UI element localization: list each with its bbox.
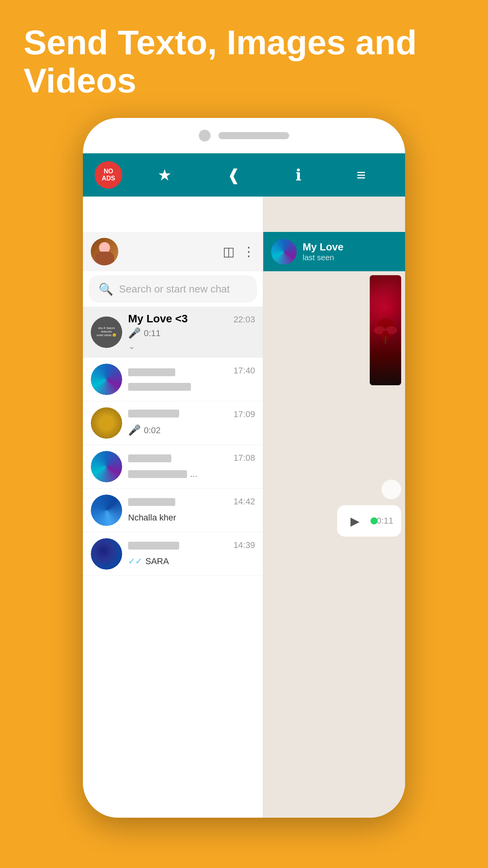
left-panel: ◫ ⋮ 🔍 Search or start new chat sh	[83, 153, 263, 818]
chat-item[interactable]: shu fi 3alomtelbo2losotel zbole 😊 My Lov…	[83, 307, 263, 358]
chat-name: My Love <3	[128, 313, 227, 325]
chat-avatar	[91, 407, 122, 439]
chat-content	[128, 368, 227, 391]
chat-name-blurred	[128, 542, 227, 554]
chat-time: 17:09	[233, 409, 255, 419]
chat-item[interactable]: Nchalla kher 14:42	[83, 489, 263, 532]
play-button[interactable]: ▶	[345, 511, 365, 531]
voice-mic-icon: 🎤	[128, 424, 141, 436]
double-check-icon: ✓✓	[128, 556, 142, 566]
chat-last-msg: Nchalla kher	[128, 513, 227, 523]
page-title: Send Texto, Images and Videos	[24, 24, 464, 100]
chat-avatar	[91, 495, 122, 526]
chat-list: shu fi 3alomtelbo2losotel zbole 😊 My Lov…	[83, 307, 263, 818]
voice-mic-icon: 🎤	[128, 327, 141, 339]
chat-content: ...	[128, 454, 227, 479]
chevron-icon: ⌄	[128, 341, 227, 351]
phone-screen: ◫ ⋮ 🔍 Search or start new chat sh	[83, 153, 405, 818]
chat-item[interactable]: ✓✓ SARA 14:39	[83, 532, 263, 576]
last-msg-text: SARA	[145, 556, 169, 566]
right-avatar	[271, 239, 297, 265]
phone-speaker	[218, 132, 289, 139]
chat-last-msg: 🎤 0:11	[128, 327, 227, 339]
chat-content: Nchalla kher	[128, 498, 227, 523]
chat-item[interactable]: 🎤 0:02 17:09	[83, 401, 263, 445]
no-ads-badge: NOADS	[95, 161, 122, 189]
chat-item[interactable]: 17:40	[83, 358, 263, 401]
search-icon: 🔍	[99, 282, 113, 296]
share-icon[interactable]: ❰	[227, 166, 240, 184]
new-chat-icon[interactable]: ◫	[223, 244, 235, 259]
chat-content: 🎤 0:02	[128, 410, 227, 436]
image-message	[370, 275, 401, 385]
chat-last-msg-blurred: ...	[128, 469, 227, 479]
chat-time: 17:08	[233, 453, 255, 463]
voice-msg-duration: 0:11	[376, 516, 393, 526]
chat-last-msg: ✓✓ SARA	[128, 556, 227, 566]
chat-time: 22:03	[233, 314, 255, 325]
search-placeholder-text: Search or start new chat	[119, 283, 230, 295]
chat-last-msg-blurred	[128, 383, 227, 391]
right-last-seen: last seen	[303, 253, 397, 262]
chat-avatar	[91, 451, 122, 482]
more-options-icon[interactable]: ⋮	[242, 244, 255, 259]
voice-message: ▶ 0:11	[337, 505, 401, 537]
messages-area: 🎞 1:00 ▶ 0:11	[263, 271, 405, 818]
sticker-area	[382, 480, 401, 499]
chat-name-blurred	[128, 498, 227, 511]
right-chat-header: My Love last seen	[263, 232, 405, 271]
chat-name-blurred	[128, 410, 227, 422]
chat-content: ✓✓ SARA	[128, 542, 227, 566]
app-toolbar: NOADS ★ ❰ ℹ ≡	[83, 153, 405, 197]
chat-avatar: shu fi 3alomtelbo2losotel zbole 😊	[91, 316, 122, 348]
user-avatar[interactable]	[91, 238, 118, 265]
chat-time: 14:39	[233, 540, 255, 550]
chat-avatar	[91, 364, 122, 395]
svg-rect-4	[385, 336, 386, 344]
chat-name-blurred	[128, 368, 227, 381]
phone-frame: NOADS ★ ❰ ℹ ≡	[83, 118, 405, 818]
star-icon[interactable]: ★	[158, 166, 172, 184]
chat-last-msg: 🎤 0:02	[128, 424, 227, 436]
chat-avatar	[91, 538, 122, 570]
chat-name-blurred	[128, 454, 227, 467]
phone-camera	[199, 130, 211, 142]
voice-duration: 0:02	[144, 425, 161, 436]
last-msg-text: Nchalla kher	[128, 513, 176, 523]
menu-icon[interactable]: ≡	[356, 166, 365, 184]
search-bar[interactable]: 🔍 Search or start new chat	[89, 275, 257, 303]
voice-duration: 0:11	[144, 328, 161, 338]
chat-time: 17:40	[233, 366, 255, 376]
chat-time: 14:42	[233, 497, 255, 507]
chat-item[interactable]: ... 17:08	[83, 445, 263, 489]
right-contact-name: My Love	[303, 241, 397, 253]
user-header: ◫ ⋮	[83, 232, 263, 271]
info-icon[interactable]: ℹ	[295, 166, 301, 184]
rose-image	[370, 275, 401, 385]
right-panel: My Love last seen	[263, 153, 405, 818]
chat-content: My Love <3 🎤 0:11 ⌄	[128, 313, 227, 351]
right-header-info: My Love last seen	[303, 241, 397, 262]
